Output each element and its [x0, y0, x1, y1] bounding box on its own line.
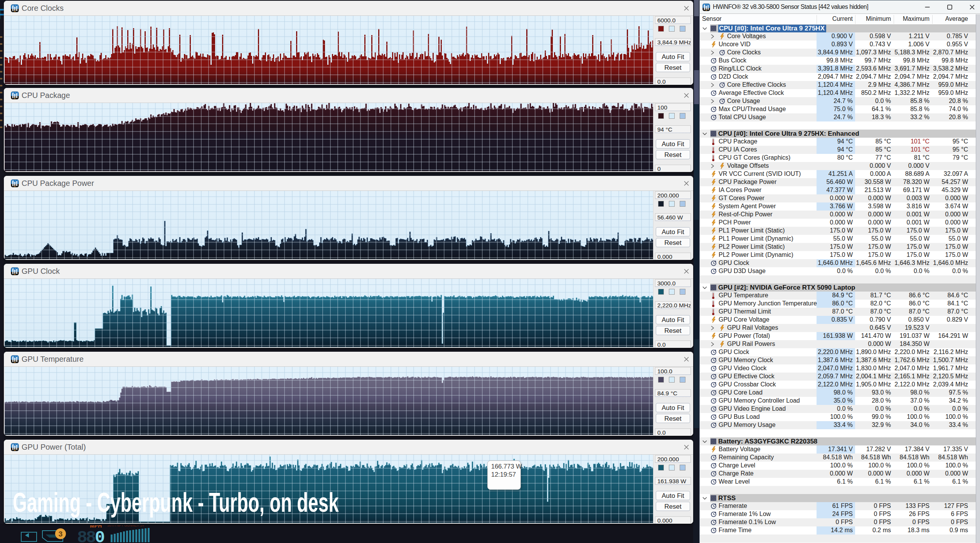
svg-text:0: 0 — [95, 528, 105, 543]
svg-text:30TH NFT GUNNER 24: 30TH NFT GUNNER 24 — [107, 525, 144, 527]
svg-text:3: 3 — [59, 530, 63, 538]
